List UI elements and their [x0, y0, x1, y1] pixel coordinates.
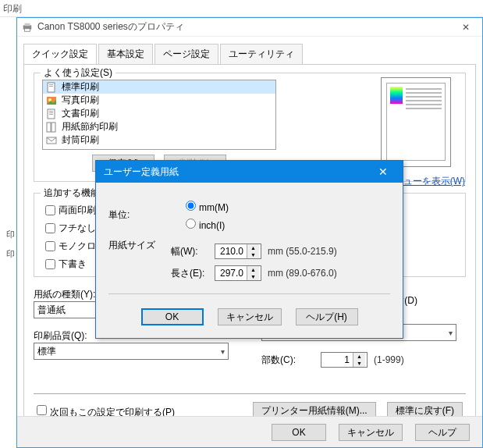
ok-button[interactable]: OK [272, 424, 326, 441]
cancel-button[interactable]: キャンセル [339, 424, 403, 441]
doc-icon [46, 135, 57, 146]
spin-down-icon[interactable]: ▼ [247, 251, 259, 258]
modal-titlebar: ユーザー定義用紙 ✕ [96, 161, 403, 183]
unit-inch-label: inch(I) [199, 220, 225, 231]
chevron-down-icon: ▾ [449, 329, 453, 337]
width-spinner[interactable]: ▲▼ [215, 244, 261, 259]
unit-label: 単位: [108, 208, 171, 222]
svg-rect-5 [49, 86, 53, 87]
tab-basic[interactable]: 基本設定 [98, 44, 153, 65]
list-item-label: 写真印刷 [62, 94, 99, 107]
list-item[interactable]: 文書印刷 [43, 107, 275, 120]
photo-icon [46, 95, 57, 106]
spin-down-icon[interactable]: ▼ [247, 273, 259, 280]
tab-utility[interactable]: ユーティリティ [220, 44, 303, 65]
width-input[interactable] [215, 245, 247, 258]
frequent-settings-label: よく使う設定(S) [41, 66, 115, 80]
spin-up-icon[interactable]: ▲ [353, 353, 365, 360]
window-title: Canon TS8000 seriesのプロパティ [37, 20, 184, 34]
quality-value: 標準 [37, 345, 56, 358]
svg-rect-12 [47, 123, 51, 132]
list-item[interactable]: 標準印刷 [43, 80, 275, 94]
duplex-checkbox[interactable] [45, 205, 55, 215]
height-label: 長さ(E): [171, 267, 215, 280]
spin-down-icon[interactable]: ▼ [353, 360, 365, 367]
svg-rect-4 [49, 84, 53, 85]
bg-side-text: 印 [6, 248, 15, 260]
list-item[interactable]: 写真印刷 [43, 94, 275, 107]
modal-ok-button[interactable]: OK [141, 308, 204, 325]
frequent-settings-list[interactable]: 標準印刷 写真印刷 文書印刷 用紙節約印刷 封筒印刷 [42, 80, 276, 150]
print-preview-thumbnail [381, 77, 451, 167]
list-item-label: 文書印刷 [62, 107, 99, 120]
doc-icon [46, 122, 57, 133]
chevron-down-icon: ▾ [221, 347, 225, 356]
tab-page[interactable]: ページ設定 [154, 44, 218, 65]
width-label: 幅(W): [171, 245, 215, 258]
paper-size-label: 用紙サイズ [108, 239, 171, 252]
unit-mm-radio[interactable]: mm(M) [182, 198, 229, 213]
tab-strip: クイック設定 基本設定 ページ設定 ユーティリティ [17, 37, 482, 64]
svg-rect-3 [48, 83, 55, 92]
draft-label: 下書き [59, 258, 87, 271]
svg-rect-13 [51, 123, 55, 132]
user-defined-paper-dialog: ユーザー定義用紙 ✕ 単位: mm(M) inch(I) 用紙サイズ 幅(W):… [95, 160, 403, 339]
unit-mm-label: mm(M) [199, 202, 229, 213]
copies-spinner[interactable]: ▲▼ [321, 352, 368, 368]
height-spinner[interactable]: ▲▼ [215, 265, 261, 281]
quality-select[interactable]: 標準 ▾ [34, 343, 229, 360]
modal-title: ユーザー定義用紙 [104, 165, 179, 179]
borderless-checkbox[interactable] [45, 223, 55, 233]
list-item-label: 標準印刷 [62, 80, 99, 94]
svg-rect-9 [49, 111, 53, 112]
copies-label: 部数(C): [261, 354, 308, 367]
background-window-title: 印刷 [0, 0, 483, 17]
height-input[interactable] [215, 267, 247, 279]
width-range: mm (55.0-215.9) [268, 246, 337, 257]
bg-side-text: 印 [6, 229, 15, 240]
close-icon[interactable]: ✕ [454, 22, 478, 33]
svg-rect-1 [25, 23, 30, 26]
mono-checkbox[interactable] [45, 241, 55, 251]
modal-cancel-button[interactable]: キャンセル [218, 308, 282, 325]
tab-quick[interactable]: クイック設定 [23, 44, 97, 65]
doc-icon [46, 82, 57, 93]
doc-icon [46, 108, 57, 119]
list-item-label: 封筒印刷 [62, 133, 99, 147]
list-item[interactable]: 封筒印刷 [43, 133, 275, 147]
unit-inch-radio[interactable]: inch(I) [182, 216, 229, 231]
duplex-label: 両面印刷 [59, 204, 96, 217]
show-view-link[interactable]: ビューを表示(W) [394, 175, 465, 188]
copies-range: (1-999) [374, 354, 404, 365]
height-range: mm (89.0-676.0) [268, 268, 337, 279]
draft-checkbox[interactable] [45, 259, 55, 269]
list-item[interactable]: 用紙節約印刷 [43, 120, 275, 133]
copies-input[interactable] [321, 354, 353, 366]
modal-help-button[interactable]: ヘルプ(H) [296, 308, 358, 325]
list-item-label: 用紙節約印刷 [62, 120, 118, 133]
spin-up-icon[interactable]: ▲ [247, 266, 259, 273]
paper-type-value: 普通紙 [37, 304, 66, 317]
printer-icon [22, 22, 33, 33]
spin-up-icon[interactable]: ▲ [247, 244, 259, 251]
svg-rect-2 [25, 28, 30, 31]
titlebar: Canon TS8000 seriesのプロパティ ✕ [17, 18, 482, 37]
dialog-footer: OK キャンセル ヘルプ [17, 416, 482, 447]
svg-rect-11 [49, 114, 53, 115]
svg-rect-10 [49, 112, 53, 113]
help-button[interactable]: ヘルプ [415, 424, 470, 441]
svg-point-7 [48, 98, 51, 101]
close-icon[interactable]: ✕ [371, 165, 395, 178]
